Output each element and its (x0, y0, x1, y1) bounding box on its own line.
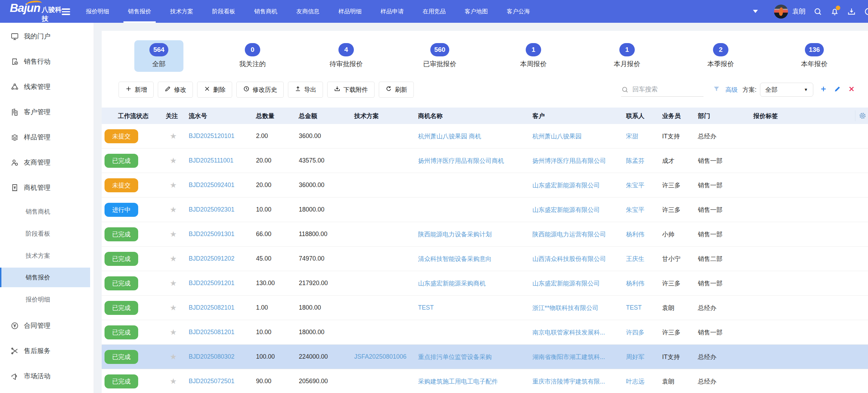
opportunity-link[interactable]: 扬州博洋医疗用品有限公司商机 (418, 157, 504, 164)
table-row[interactable]: 进行中★BJD202509230110.0018000.00山东盛宏新能源有限公… (102, 198, 868, 222)
opportunity-link[interactable]: 杭州萧山八骏果园 商机 (418, 133, 481, 140)
search-icon[interactable] (813, 7, 822, 16)
favorite-star-icon[interactable]: ★ (170, 132, 177, 140)
stat-tab[interactable]: 2本季报价 (696, 40, 745, 72)
contact-link[interactable]: 许四多 (626, 329, 645, 336)
customer-link[interactable]: 浙江**物联科技有限公司 (532, 304, 599, 311)
contact-link[interactable]: 叶志远 (626, 378, 645, 385)
contact-link[interactable]: TEST (626, 304, 642, 311)
opportunity-link[interactable]: 采购建筑施工用电工电子配件 (418, 378, 498, 385)
stat-tab[interactable]: 0我关注的 (228, 40, 277, 72)
contact-link[interactable]: 朱宝平 (626, 206, 645, 213)
sidebar-item-samples[interactable]: 样品管理 (0, 125, 94, 150)
customer-link[interactable]: 南京电联管家科技发展科... (532, 329, 605, 336)
opportunity-link[interactable]: 陕西能源电力设备采购计划 (418, 231, 492, 238)
serial-link[interactable]: BJD2025080302 (189, 353, 234, 360)
stat-tab[interactable]: 4待审批报价 (322, 40, 371, 72)
customer-link[interactable]: 陕西能源电力运营有限公司 (532, 231, 606, 238)
stat-tab[interactable]: 1本月报价 (603, 40, 652, 72)
favorite-star-icon[interactable]: ★ (170, 303, 177, 312)
favorite-star-icon[interactable]: ★ (170, 377, 177, 386)
serial-link[interactable]: BJD2025091201 (189, 280, 234, 287)
sidebar-item-marketing[interactable]: 市场活动 (0, 364, 94, 389)
customer-link[interactable]: 重庆市涪陵博宇建筑有限... (532, 378, 605, 385)
topbar-nav-item[interactable]: 销售报价 (119, 0, 161, 23)
sidebar-item-partners[interactable]: 友商管理 (0, 150, 94, 175)
tech-plan-link[interactable]: JSFA20250801006 (354, 353, 406, 360)
edit-button[interactable]: 修改 (158, 82, 193, 98)
sidebar-subitem[interactable]: 阶段看板 (0, 222, 94, 244)
opportunity-link[interactable]: 重点排污单位监管设备采购 (418, 353, 492, 360)
contact-link[interactable]: 王庆生 (626, 255, 645, 262)
table-row[interactable]: 已完成★BJD202509130166.00118800.00陕西能源电力设备采… (102, 222, 868, 247)
plus-button[interactable]: 新增 (119, 82, 154, 98)
customer-link[interactable]: 山东盛宏新能源有限公司 (532, 206, 600, 213)
sidebar-subitem[interactable]: 销售报价 (0, 268, 90, 287)
sidebar-item-leads[interactable]: 线索管理 (0, 74, 94, 99)
table-row[interactable]: 已完成★BJD2025091201130.00217920.00山东盛宏新能源采… (102, 271, 868, 296)
edit-scheme-icon[interactable] (834, 85, 841, 94)
sidebar-subitem[interactable]: 销售商机 (0, 200, 94, 222)
opportunity-link[interactable]: 清众科技智能设备采购意向 (418, 255, 492, 262)
customer-link[interactable]: 湖南省衡阳市湖工建筑科... (532, 353, 605, 360)
history-button[interactable]: 修改历史 (236, 82, 284, 98)
avatar[interactable] (774, 5, 788, 19)
contact-link[interactable]: 朱宝平 (626, 182, 645, 189)
serial-link[interactable]: BJD2025120101 (189, 132, 234, 139)
add-scheme-icon[interactable] (820, 85, 827, 94)
serial-link[interactable]: BJD2025091301 (189, 230, 234, 237)
table-settings-gear-icon[interactable] (859, 112, 867, 122)
topbar-nav-item[interactable]: 阶段看板 (203, 0, 245, 23)
favorite-star-icon[interactable]: ★ (170, 328, 177, 337)
topbar-nav-item[interactable]: 客户公海 (497, 0, 539, 23)
sidebar-item-portal[interactable]: 我的门户 (0, 24, 94, 49)
favorite-star-icon[interactable]: ★ (170, 156, 177, 165)
delete-scheme-icon[interactable] (848, 85, 855, 94)
serial-link[interactable]: BJD2025092301 (189, 206, 234, 213)
sidebar-item-customers[interactable]: 客户管理 (0, 99, 94, 125)
topbar-nav-item[interactable]: 技术方案 (161, 0, 203, 23)
sidebar-item-sales-action[interactable]: 销售行动 (0, 49, 94, 74)
serial-link[interactable]: BJD2025092401 (189, 181, 234, 188)
customer-link[interactable]: 杭州萧山八骏果园 (532, 133, 581, 140)
favorite-star-icon[interactable]: ★ (170, 279, 177, 288)
contact-link[interactable]: 宋甜 (626, 133, 638, 140)
topbar-nav-item[interactable]: 样品明细 (329, 0, 371, 23)
serial-link[interactable]: BJD2025082101 (189, 304, 234, 311)
table-row[interactable]: 未提交★BJD20251201012.003600.00杭州萧山八骏果园 商机杭… (102, 124, 868, 149)
table-row[interactable]: 已完成★BJD202509120245.0074970.00清众科技智能设备采购… (102, 247, 868, 271)
favorite-star-icon[interactable]: ★ (170, 254, 177, 263)
stat-tab[interactable]: 136本年报价 (790, 40, 839, 72)
scheme-select[interactable]: 全部 ▼ (760, 83, 813, 97)
table-row[interactable]: 已完成★BJD202511100120.0043575.00扬州博洋医疗用品有限… (102, 149, 868, 173)
table-row[interactable]: 未提交★BJD202509240120.0036000.00山东盛宏新能源有限公… (102, 173, 868, 198)
serial-link[interactable]: BJD2025081201 (189, 329, 234, 336)
topbar-nav-item[interactable]: 样品申请 (371, 0, 413, 23)
delete-button[interactable]: 删除 (197, 82, 232, 98)
topbar-nav-item[interactable]: 友商信息 (287, 0, 329, 23)
contact-link[interactable]: 杨利伟 (626, 231, 645, 238)
favorite-star-icon[interactable]: ★ (170, 181, 177, 189)
favorite-star-icon[interactable]: ★ (170, 230, 177, 239)
stat-tab[interactable]: 564全部 (134, 40, 183, 72)
download-icon[interactable] (847, 7, 856, 16)
sidebar-item-opportunities[interactable]: 商机管理 (0, 175, 94, 200)
opportunity-link[interactable]: 山东盛宏新能源采购商机 (418, 280, 486, 287)
customer-link[interactable]: 山东盛宏新能源有限公司 (532, 280, 600, 287)
export-button[interactable]: 导出 (288, 82, 323, 98)
hamburger-menu-icon[interactable] (62, 7, 70, 15)
refresh-button[interactable]: 刷新 (379, 82, 414, 98)
contact-link[interactable]: 杨利伟 (626, 280, 645, 287)
serial-link[interactable]: BJD2025091202 (189, 255, 234, 262)
topbar-nav-item[interactable]: 在用竞品 (413, 0, 455, 23)
table-row[interactable]: 已完成★BJD202508120110.0018000.00南京电联管家科技发展… (102, 320, 868, 345)
sidebar-subitem[interactable]: 技术方案 (0, 244, 94, 267)
search-input[interactable] (632, 85, 704, 94)
filter-funnel-icon[interactable] (713, 85, 720, 94)
favorite-star-icon[interactable]: ★ (170, 352, 177, 361)
download-button[interactable]: 下载附件 (327, 82, 375, 98)
contact-link[interactable]: 周好军 (626, 353, 645, 360)
stat-tab[interactable]: 1本周报价 (509, 40, 558, 72)
table-row[interactable]: 已完成★BJD2025080302100.00224000.00JSFA2025… (102, 345, 868, 369)
sidebar-subitem[interactable]: 报价明细 (0, 288, 94, 310)
